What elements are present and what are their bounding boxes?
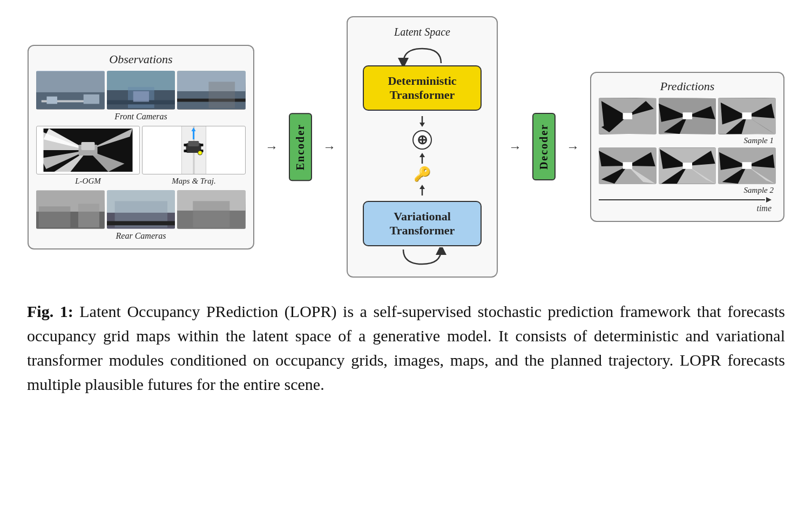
svg-rect-30 [184,150,187,152]
time-label: time [599,204,776,213]
rear-cam-3 [177,190,246,229]
arrow-up-from-vt [406,185,438,195]
rear-cam-2 [107,190,175,229]
svg-marker-48 [419,123,425,127]
observations-title: Observations [36,52,246,66]
sample1-label: Sample 1 [599,136,776,145]
variational-feedback-svg [363,247,482,267]
self-loop-svg [363,46,482,65]
svg-marker-52 [419,185,425,189]
plus-circle-container: ⊕ [412,128,432,152]
rear-cameras-label: Rear Cameras [36,231,246,241]
arrow-down-svg [406,116,438,127]
latent-box: Latent Space DeterministicTransformer [347,16,498,278]
caption-bold-prefix: Fig. 1: [27,302,73,320]
latent-to-decoder-arrow: → [509,140,522,154]
time-arrow-container [599,197,776,203]
variational-section: VariationalTransformer [357,201,487,267]
diagram-section: Observations [22,16,790,278]
obs-to-encoder-arrow: → [265,140,278,154]
front-cam-1 [36,71,105,110]
middle-grid [36,126,246,174]
caption-text: Fig. 1: Latent Occupancy PRediction (LOP… [27,299,785,396]
latent-title: Latent Space [394,26,450,38]
time-arrow-head [766,197,772,203]
svg-rect-74 [623,162,632,169]
sample2-cell-2 [659,147,716,184]
svg-rect-29 [184,144,187,146]
key-icon: 🔑 [414,166,431,183]
logm-label: L-OGM [36,177,140,186]
front-cam-2 [107,71,175,110]
decoder-label: Decoder [532,113,556,180]
svg-rect-38 [39,206,70,227]
svg-marker-50 [419,153,425,157]
encoder-block: Encoder [289,113,312,181]
time-line [599,199,765,200]
logm-cell [36,126,140,174]
svg-point-35 [198,151,202,155]
plus-circle: ⊕ [412,130,432,150]
rear-cam-1 [36,190,105,229]
svg-rect-62 [682,112,692,119]
svg-rect-31 [200,144,204,146]
sample1-cell-1 [599,98,657,134]
svg-rect-46 [193,201,230,227]
front-cam-3 [177,71,246,110]
caption-section: Fig. 1: Latent Occupancy PRediction (LOP… [22,299,790,396]
encoder-label: Encoder [289,113,312,181]
maps-label: Maps & Traj. [142,177,246,186]
svg-rect-68 [742,112,752,119]
front-cameras-grid [36,71,246,110]
decoder-to-predictions-arrow: → [566,140,579,154]
svg-rect-43 [107,221,175,225]
arrow-up-to-plus [406,153,438,164]
encoder-to-latent-arrow: → [323,140,336,154]
svg-rect-80 [682,163,692,169]
sample2-label: Sample 2 [599,186,776,195]
predictions-box: Predictions [590,72,784,222]
predictions-title: Predictions [599,79,776,93]
svg-rect-4 [84,94,99,104]
svg-rect-57 [623,113,632,119]
svg-rect-23 [82,142,95,150]
sample1-cell-3 [718,98,776,134]
sample2-grid [599,147,776,184]
deterministic-section: DeterministicTransformer [357,46,487,111]
svg-rect-39 [78,204,99,227]
observations-box: Observations [28,45,254,249]
middle-labels: L-OGM Maps & Traj. [36,177,246,186]
plus-symbol: ⊕ [417,132,428,147]
front-cameras-label: Front Cameras [36,112,246,122]
rear-cameras-grid [36,190,246,229]
deterministic-transformer: DeterministicTransformer [363,65,482,111]
decoder-block: Decoder [532,113,556,180]
sample1-cell-2 [659,98,716,134]
svg-rect-13 [209,82,235,108]
sample2-cell-3 [718,147,776,184]
variational-transformer: VariationalTransformer [363,201,482,246]
maps-cell [142,126,246,174]
middle-connectors: ⊕ 🔑 [357,116,487,195]
svg-rect-3 [46,96,57,104]
svg-rect-9 [133,91,148,101]
svg-rect-28 [188,141,199,146]
svg-rect-86 [742,162,752,169]
sample1-grid [599,98,776,134]
sample2-cell-1 [599,147,657,184]
